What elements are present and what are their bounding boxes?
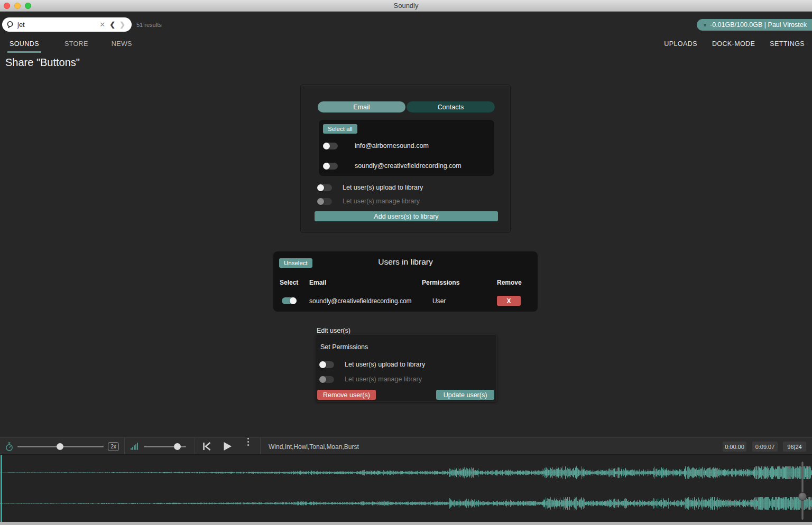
tab-dock-mode[interactable]: DOCK-MODE	[712, 40, 755, 51]
time-current: 0:00.00	[723, 442, 746, 452]
window-title: Soundly	[394, 2, 419, 10]
contacts-list: Select all info@airbornesound.com soundl…	[319, 120, 494, 176]
share-dialog: Email Contacts Select all info@airbornes…	[300, 85, 511, 233]
manage-permission-label: Let user(s) manage library	[343, 198, 420, 205]
close-window-button[interactable]	[4, 3, 10, 9]
manage-permission-row: Let user(s) manage library	[317, 198, 420, 205]
selection-end-knob[interactable]	[798, 492, 807, 501]
users-panel-title: Users in library	[273, 257, 538, 267]
manage-permission-toggle	[317, 198, 332, 205]
track-title: Wind,Int,Howl,Tonal,Moan,Burst	[269, 443, 359, 451]
skip-to-start-button[interactable]	[202, 438, 211, 454]
set-permissions-heading: Set Permissions	[320, 343, 368, 351]
page-title: Share "Buttons"	[5, 57, 80, 69]
account-storage-label: -0.01GB/100.0GB | Paul Virostek	[710, 21, 807, 29]
pitch-slider[interactable]	[17, 446, 104, 447]
contact-toggle[interactable]	[323, 143, 338, 149]
column-header-email: Email	[309, 279, 326, 286]
tab-settings[interactable]: SETTINGS	[770, 40, 805, 51]
column-header-remove: Remove	[497, 279, 522, 286]
waveform-area[interactable]	[0, 455, 812, 522]
time-total: 0:09.07	[752, 442, 778, 452]
upload-permission-toggle[interactable]	[317, 184, 332, 191]
tab-email[interactable]: Email	[318, 101, 405, 112]
account-storage-dropdown[interactable]: ▾ -0.01GB/100.0GB | Paul Virostek	[697, 19, 812, 31]
player-bar: 2x Wind,Int,Howl,Tonal,Moan,Burst 0:00.0…	[0, 437, 812, 455]
edit-manage-permission-label: Let user(s) manage library	[345, 376, 422, 383]
minimize-window-button[interactable]	[14, 3, 21, 9]
update-users-button[interactable]: Update user(s)	[436, 390, 494, 400]
user-email: soundly@creativefieldrecording.com	[309, 297, 412, 305]
search-results-count: 51 results	[136, 22, 162, 28]
volume-slider-knob[interactable]	[174, 443, 181, 450]
column-header-permissions: Permissions	[422, 279, 459, 286]
horizontal-scrollbar[interactable]	[0, 522, 812, 525]
contact-row: soundly@creativefieldrecording.com	[323, 162, 462, 170]
unselect-button[interactable]: Unselect	[279, 258, 312, 268]
upload-permission-row: Let user(s) upload to library	[317, 184, 423, 191]
user-select-toggle[interactable]	[282, 297, 297, 304]
clear-search-icon[interactable]: ✕	[97, 21, 107, 28]
play-button[interactable]	[223, 438, 232, 454]
speed-2x-button[interactable]: 2x	[108, 442, 119, 451]
search-bar[interactable]: ✕ ❮ ❯	[2, 17, 132, 32]
contact-row: info@airbornesound.com	[323, 142, 429, 149]
search-icon	[6, 21, 15, 29]
contact-email: soundly@creativefieldrecording.com	[355, 162, 462, 170]
secondary-nav: UPLOADS DOCK-MODE SETTINGS	[664, 40, 805, 51]
edit-upload-permission-row: Let user(s) upload to library	[319, 361, 425, 368]
edit-upload-permission-label: Let user(s) upload to library	[345, 361, 425, 368]
zoom-window-button[interactable]	[25, 3, 31, 9]
soundly-window: Soundly ✕ ❮ ❯ 51 results ▾ -0.01GB/100.0…	[0, 0, 812, 525]
remove-user-x-button[interactable]: X	[497, 296, 521, 306]
user-permission: User	[432, 297, 446, 305]
edit-upload-permission-toggle[interactable]	[319, 361, 334, 368]
edit-users-label: Edit user(s)	[317, 327, 350, 334]
column-header-select: Select	[280, 279, 298, 286]
select-all-button[interactable]: Select all	[323, 124, 357, 134]
contact-toggle[interactable]	[323, 163, 338, 170]
titlebar: Soundly	[0, 0, 812, 12]
selection-end-handle[interactable]	[801, 462, 804, 520]
playhead-cursor	[1, 455, 2, 522]
tab-sounds[interactable]: SOUNDS	[7, 40, 41, 53]
remove-users-button[interactable]: Remove user(s)	[317, 390, 376, 400]
tab-uploads[interactable]: UPLOADS	[664, 40, 697, 51]
sample-rate-badge: 96|24	[783, 442, 806, 452]
contact-email: info@airbornesound.com	[355, 142, 429, 149]
volume-icon	[131, 443, 138, 450]
more-options-icon[interactable]	[247, 438, 249, 454]
edit-manage-permission-toggle	[319, 376, 334, 383]
pitch-stopwatch-icon	[5, 442, 14, 454]
volume-slider[interactable]	[144, 446, 186, 447]
chevron-down-icon: ▾	[704, 22, 706, 28]
search-input[interactable]	[17, 21, 97, 29]
waveform-canvas[interactable]	[0, 455, 812, 522]
edit-users-panel: Set Permissions Let user(s) upload to li…	[316, 334, 497, 402]
edit-manage-permission-row: Let user(s) manage library	[319, 376, 422, 383]
add-users-button[interactable]: Add users(s) to library	[315, 211, 498, 221]
forward-icon: ❯	[117, 21, 127, 28]
tab-contacts[interactable]: Contacts	[407, 101, 495, 112]
pitch-slider-knob[interactable]	[57, 443, 63, 450]
upload-permission-label: Let user(s) upload to library	[343, 184, 423, 191]
main-nav: SOUNDS STORE NEWS	[10, 40, 132, 53]
users-in-library-panel: Users in library Unselect Select Email P…	[273, 251, 538, 312]
tab-store[interactable]: STORE	[64, 40, 88, 53]
back-icon[interactable]: ❮	[107, 21, 117, 28]
tab-news[interactable]: NEWS	[112, 40, 132, 53]
